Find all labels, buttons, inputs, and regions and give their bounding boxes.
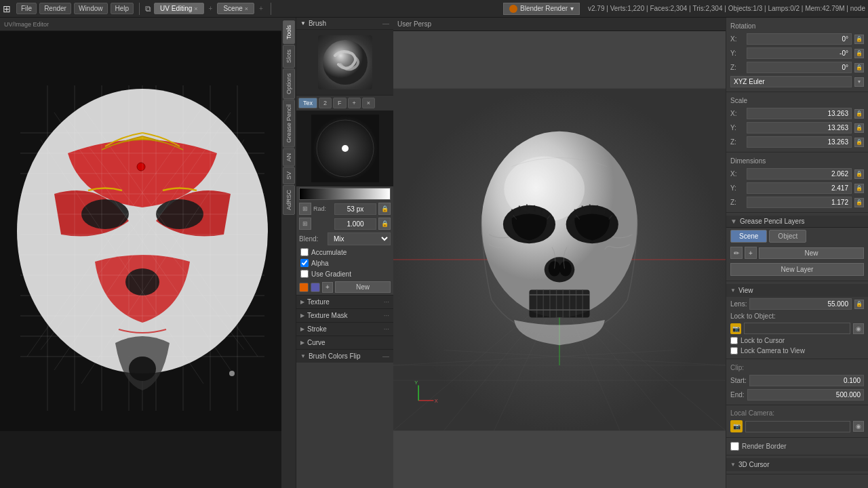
lock-obj-input[interactable] [744,323,850,334]
scene-tab-close[interactable]: × [245,5,248,12]
blend-select[interactable]: Mix [328,232,391,245]
rot-y-value[interactable]: -0° [747,47,852,59]
radius-lock-icon[interactable]: 🔒 [378,203,391,215]
euler-lock[interactable]: ▾ [854,77,864,87]
euler-value[interactable]: XYZ Euler [730,76,852,87]
dim-y-lock[interactable]: 🔒 [854,184,864,193]
scale-x-value[interactable]: 13.263 [747,108,852,119]
texture-mask-title: Texture Mask [307,312,347,319]
uv-canvas[interactable] [0,31,281,488]
new-brush-btn[interactable]: New [335,281,391,293]
uv-tab-close[interactable]: × [194,5,197,12]
num-tab[interactable]: 2 [319,98,332,108]
texture-mask-header[interactable]: ▶ Texture Mask ··· [296,309,393,322]
object-tab-gp[interactable]: Object [769,230,806,243]
dim-z-lock[interactable]: 🔒 [854,198,864,207]
color-swatch-1[interactable] [299,283,309,292]
gp-plus-icon[interactable]: + [745,247,757,259]
clip-start-value[interactable]: 0.100 [749,375,864,386]
clip-end-value[interactable]: 500.000 [747,389,864,401]
radius-label: Rad: [313,205,332,212]
brush-gradient-bar[interactable] [299,188,391,200]
curve-header[interactable]: ▶ Curve [296,336,393,349]
lock-obj-eyedrop[interactable]: ◉ [853,323,864,334]
scale-z-lock[interactable]: 🔒 [854,138,864,147]
vtab-slots[interactable]: Slots [283,45,295,68]
brush-colors-header[interactable]: ▼ Brush Colors Flip — [296,350,393,363]
help-menu[interactable]: Help [111,3,134,14]
top-bar: ⊞ File Render Window Help ⧉ UV Editing ×… [0,0,868,18]
tab-plus-1[interactable]: + [207,5,215,12]
curve-section: ▶ Curve [296,336,393,349]
alpha-checkbox[interactable] [300,259,309,267]
dim-x-value[interactable]: 2.062 [747,168,852,180]
rot-z-value[interactable]: 0° [747,62,852,73]
scale-y-lock[interactable]: 🔒 [854,123,864,133]
tab-plus-2[interactable]: + [257,5,265,12]
render-menu[interactable]: Render [39,3,71,14]
scale-z-value[interactable]: 13.263 [747,136,852,148]
dimensions-header: Dimensions [726,155,868,167]
cam-eyedrop[interactable]: ◉ [853,421,864,432]
local-camera-input[interactable] [745,421,850,432]
dim-x-lock[interactable]: 🔒 [854,169,864,179]
gp-new-btn[interactable]: New [759,247,864,259]
rot-y-lock[interactable]: 🔒 [854,49,864,58]
dimensions-section: Dimensions X: 2.062 🔒 Y: 2.417 🔒 Z: 1.17… [726,152,868,213]
uv-editing-tab[interactable]: UV Editing × [154,3,204,14]
dim-z-value[interactable]: 1.172 [747,197,852,208]
lock-camera-checkbox[interactable] [730,347,738,354]
texture-header[interactable]: ▶ Texture ··· [296,296,393,308]
viewport-canvas[interactable]: X Y [393,31,726,488]
accumulate-checkbox[interactable] [300,248,309,256]
rot-z-lock[interactable]: 🔒 [854,63,864,73]
vtab-options[interactable]: Options [283,68,295,99]
gp-pencil-icon[interactable]: ✏ [730,247,743,259]
color-swatch-2[interactable] [311,283,320,292]
vtab-sv[interactable]: SV [283,167,295,184]
view-header[interactable]: ▼ View [726,284,868,297]
rot-z-label: Z: [730,64,744,71]
lens-lock[interactable]: 🔒 [854,300,864,309]
gp-new-layer-btn[interactable]: New Layer [730,263,864,276]
window-menu[interactable]: Window [74,3,108,14]
render-engine-selector[interactable]: Blender Render ▾ [503,3,580,15]
rotation-section: Rotation X: 0° 🔒 Y: -0° 🔒 Z: 0° 🔒 XYZ Eu… [726,18,868,92]
add-icon-btn[interactable]: + [322,282,333,293]
vtab-tools[interactable]: Tools [283,20,295,44]
vtab-grease-pencil[interactable]: Grease Pencil [283,100,295,148]
lock-camera-row: Lock Camera to View [726,346,868,356]
stroke-header[interactable]: ▶ Stroke ··· [296,323,393,336]
lens-value[interactable]: 55.000 [749,298,852,310]
radius-toggle-icon[interactable]: ⊞ [299,203,311,215]
close-tab-btn[interactable]: × [362,98,375,108]
uv-editor-panel: UV/Image Editor [0,18,281,488]
rot-x-lock[interactable]: 🔒 [854,35,864,44]
cursor-3d-header[interactable]: ▼ 3D Cursor [726,458,868,471]
scene-tab-gp[interactable]: Scene [730,230,767,243]
scene-tab[interactable]: Scene × [217,3,254,14]
lens-label: Lens: [730,300,747,308]
file-menu[interactable]: File [16,3,37,14]
vtab-an[interactable]: AN [283,148,295,167]
strength-toggle-icon[interactable]: ⊞ [299,218,311,230]
f-tab[interactable]: F [333,98,347,108]
tex-tab[interactable]: Tex [298,98,317,108]
clip-end-label: End: [730,391,745,399]
dim-z-label: Z: [730,199,744,206]
render-border-checkbox[interactable] [730,442,739,451]
use-gradient-checkbox[interactable] [300,270,309,278]
uv-header-label: UV/Image Editor [4,21,49,28]
rot-x-value[interactable]: 0° [747,33,852,45]
scale-y-value[interactable]: 13.263 [747,122,852,134]
strength-lock-icon[interactable]: 🔒 [378,218,391,230]
scale-x-lock[interactable]: 🔒 [854,109,864,119]
grease-pencil-header: ▼ Grease Pencil Layers [726,216,868,228]
add-tab-btn[interactable]: + [348,98,361,108]
lock-cursor-checkbox[interactable] [730,337,738,344]
vtab-adrsc[interactable]: AdRSC [283,185,295,215]
dim-y-value[interactable]: 2.417 [747,182,852,194]
status-info: v2.79 | Verts:1,220 | Faces:2,304 | Tris… [588,5,865,12]
strength-value[interactable]: 1.000 [334,218,376,230]
radius-value[interactable]: 53 px [334,203,376,215]
